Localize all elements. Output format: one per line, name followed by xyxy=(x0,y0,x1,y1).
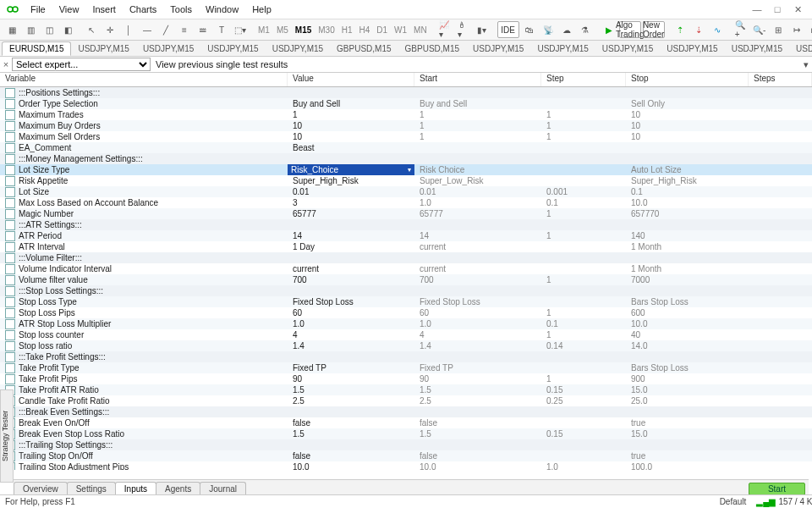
value-cell[interactable]: 2.5 xyxy=(288,396,414,406)
row-checkbox[interactable] xyxy=(5,242,15,252)
col-step[interactable]: Step xyxy=(541,73,626,86)
start-cell[interactable]: Risk Choice xyxy=(414,165,541,174)
value-cell[interactable]: Beast xyxy=(288,143,414,152)
timeframe-H1[interactable]: H1 xyxy=(339,25,355,36)
profiles-icon[interactable]: ▥ xyxy=(22,22,39,37)
value-cell[interactable]: 60 xyxy=(288,308,414,318)
market-icon[interactable]: 🛍 xyxy=(521,22,538,37)
history-dropdown[interactable]: ▾ xyxy=(800,59,812,70)
tester-tab-agents[interactable]: Agents xyxy=(156,482,200,495)
start-cell[interactable]: false xyxy=(414,451,541,461)
step-cell[interactable]: 0.15 xyxy=(541,429,626,439)
stop-cell[interactable]: 10 xyxy=(626,110,749,119)
value-cell[interactable]: 1.5 xyxy=(288,429,414,439)
stop-cell[interactable]: 100.0 xyxy=(626,462,749,470)
row-checkbox[interactable] xyxy=(5,143,15,153)
timeframe-W1[interactable]: W1 xyxy=(392,25,409,36)
row-checkbox[interactable] xyxy=(5,121,15,131)
step-cell[interactable]: 0.1 xyxy=(541,198,626,207)
start-cell[interactable]: 0.01 xyxy=(414,187,541,196)
symbol-tab[interactable]: USDJPY,M15 xyxy=(595,42,660,55)
menu-insert[interactable]: Insert xyxy=(85,3,123,16)
row-checkbox[interactable] xyxy=(5,275,15,285)
menu-file[interactable]: File xyxy=(24,3,52,16)
stop-cell[interactable]: Super_High_Risk xyxy=(626,176,749,185)
step-cell[interactable]: 1 xyxy=(541,209,626,218)
param-row[interactable]: Trailing Stop Adjustment Pips 10.0 10.0 … xyxy=(0,461,812,470)
param-row[interactable]: Trailing Stop On/Off false false true xyxy=(0,450,812,461)
value-cell[interactable]: 1 xyxy=(288,110,414,119)
stop-cell[interactable]: Bars Stop Loss xyxy=(626,363,749,373)
value-cell[interactable]: 1.4 xyxy=(288,341,414,351)
start-cell[interactable]: 65777 xyxy=(414,209,541,218)
value-cell[interactable]: false xyxy=(288,451,414,461)
step-cell[interactable]: 0.001 xyxy=(541,187,626,196)
menu-window[interactable]: Window xyxy=(199,3,245,16)
row-checkbox[interactable] xyxy=(5,308,15,318)
stop-cell[interactable]: 10.0 xyxy=(626,198,749,207)
row-checkbox[interactable] xyxy=(5,297,15,307)
stop-cell[interactable]: 1 Month xyxy=(626,242,749,251)
tester-tab-inputs[interactable]: Inputs xyxy=(115,482,156,495)
step-cell[interactable]: 0.1 xyxy=(541,319,626,329)
value-cell[interactable]: 65777 xyxy=(288,209,414,218)
nav-icon[interactable]: ◧ xyxy=(59,22,76,37)
start-cell[interactable]: 1.0 xyxy=(414,319,541,329)
start-cell[interactable]: 14 xyxy=(414,231,541,240)
start-cell[interactable]: 90 xyxy=(414,374,541,384)
step-cell[interactable]: 1 xyxy=(541,231,626,240)
col-stop[interactable]: Stop xyxy=(626,73,749,86)
step-cell[interactable]: 1 xyxy=(541,132,626,141)
param-row[interactable]: Take Profit ATR Ratio 1.5 1.5 0.15 15.0 xyxy=(0,384,812,395)
row-checkbox[interactable] xyxy=(5,341,15,351)
stop-cell[interactable]: 25.0 xyxy=(626,396,749,406)
hline-icon[interactable]: — xyxy=(139,22,156,37)
start-cell[interactable]: 1 xyxy=(414,132,541,141)
value-cell[interactable]: 700 xyxy=(288,275,414,284)
param-row[interactable]: Lot Size Type Risk_Choice▾ Risk Choice A… xyxy=(0,164,812,175)
start-cell[interactable]: Super_Low_Risk xyxy=(414,176,541,185)
start-cell[interactable]: 10.0 xyxy=(414,462,541,470)
value-cell[interactable]: 10 xyxy=(288,121,414,130)
timeframe-MN[interactable]: MN xyxy=(411,25,430,36)
strategy-tester-side-tab[interactable]: Strategy Tester xyxy=(0,389,14,483)
start-cell[interactable]: false xyxy=(414,418,541,428)
symbol-tab[interactable]: USDJPY,M15 xyxy=(136,42,200,55)
tester-tab-journal[interactable]: Journal xyxy=(200,482,246,495)
stop-cell[interactable]: Sell Only xyxy=(626,99,749,108)
step-cell[interactable]: 1 xyxy=(541,374,626,384)
start-cell[interactable]: 60 xyxy=(414,308,541,318)
param-row[interactable]: ATR Stop Loss Multiplier 1.0 1.0 0.1 10.… xyxy=(0,318,812,329)
stop-cell[interactable]: 0.1 xyxy=(626,187,749,196)
stop-cell[interactable]: 600 xyxy=(626,308,749,318)
param-row[interactable]: Maximum Buy Orders 10 1 1 10 xyxy=(0,120,812,131)
value-cell[interactable]: Fixed Stop Loss xyxy=(288,297,414,306)
value-cell[interactable]: 3 xyxy=(288,198,414,207)
start-cell[interactable]: Buy and Sell xyxy=(414,99,541,108)
param-row[interactable]: EA_Comment Beast xyxy=(0,142,812,153)
value-cell[interactable]: 90 xyxy=(288,374,414,384)
param-row[interactable]: Maximum Sell Orders 10 1 1 10 xyxy=(0,131,812,142)
param-row[interactable]: ATR Interval 1 Day current 1 Month xyxy=(0,241,812,252)
step-cell[interactable]: 0.25 xyxy=(541,396,626,406)
value-cell[interactable]: Fixed TP xyxy=(288,363,414,373)
row-checkbox[interactable] xyxy=(5,330,15,340)
timeframe-M15[interactable]: M15 xyxy=(293,25,314,36)
start-cell[interactable]: 1.5 xyxy=(414,385,541,395)
stop-cell[interactable]: 10 xyxy=(626,132,749,141)
param-row[interactable]: Break Even Stop Loss Ratio 1.5 1.5 0.15 … xyxy=(0,428,812,439)
symbol-tab[interactable]: USDJPY,M15 xyxy=(789,42,812,55)
menu-tools[interactable]: Tools xyxy=(163,3,199,16)
fibo-icon[interactable]: ⩸ xyxy=(195,22,211,37)
param-row[interactable]: Risk Appetite Super_High_Risk Super_Low_… xyxy=(0,175,812,186)
start-cell[interactable]: 2.5 xyxy=(414,396,541,406)
row-checkbox[interactable] xyxy=(5,165,15,175)
zoom-in-icon[interactable]: 🔍+ xyxy=(732,22,749,37)
objects-icon[interactable]: ⬚▾ xyxy=(232,22,249,37)
trendline-icon[interactable]: ╱ xyxy=(157,22,174,37)
param-row[interactable]: Stop Loss Pips 60 60 1 600 xyxy=(0,307,812,318)
stop-cell[interactable]: 1 Month xyxy=(626,264,749,273)
minimize-button[interactable]: — xyxy=(749,4,765,15)
stop-cell[interactable]: 10.0 xyxy=(626,319,749,329)
start-button[interactable]: Start xyxy=(749,483,805,495)
